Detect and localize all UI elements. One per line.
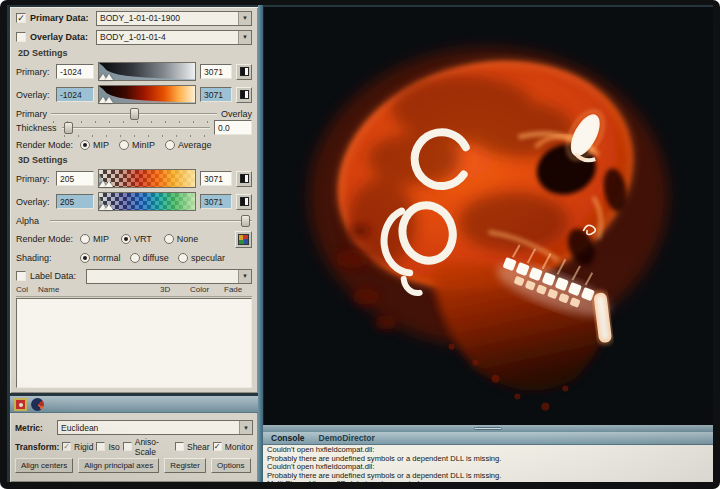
2d-overlay-max-input[interactable]: 3071 [200, 87, 232, 102]
radio-none[interactable]: None [164, 234, 199, 244]
checkbox-iso[interactable]: ✓Iso [96, 442, 119, 452]
checkbox-shear[interactable]: ✓Shear [175, 442, 210, 452]
align-principal-axes-button[interactable]: Align principal axes [78, 458, 159, 473]
alpha-slider[interactable] [50, 214, 252, 228]
thickness-value-input[interactable]: 0.0 [214, 120, 252, 135]
checkbox-label: Aniso-Scale [135, 437, 172, 457]
radio-average[interactable]: Average [165, 140, 211, 150]
metric-label: Metric: [15, 423, 53, 433]
radio-diffuse[interactable]: diffuse [130, 253, 169, 263]
range-handle-right[interactable] [105, 181, 113, 187]
metric-value: Euclidean [58, 421, 239, 434]
range-handle-right[interactable] [105, 97, 113, 103]
radio-specular[interactable]: specular [178, 253, 225, 263]
3d-primary-colormap[interactable] [98, 169, 196, 188]
transform-row: Transform: ✓Rigid ✓Iso ✓Aniso-Scale ✓She… [15, 440, 253, 453]
column-header-col[interactable]: Col [16, 285, 38, 296]
shading-row: Shading: normal diffuse specular [16, 250, 252, 266]
console-line: Multi Planar Viewer: 2D data is not supp… [267, 480, 709, 489]
slider-handle[interactable] [241, 215, 250, 227]
console-title-bar[interactable]: Console DemoDirector [263, 432, 713, 445]
colormap-options-button[interactable] [236, 64, 252, 80]
align-centers-button[interactable]: Align centers [15, 458, 73, 473]
radio-vrt[interactable]: VRT [121, 234, 152, 244]
radio-mip-3d[interactable]: MIP [80, 234, 109, 244]
alpha-row: Alpha [16, 213, 252, 229]
2d-overlay-label: Overlay: [16, 90, 52, 100]
metric-dropdown[interactable]: Euclidean ▼ [57, 420, 253, 435]
2d-primary-min-input[interactable]: -1024 [56, 64, 94, 79]
colormap-editor-button[interactable] [235, 231, 252, 248]
radio-mip[interactable]: MIP [80, 140, 109, 150]
2d-overlay-colormap[interactable] [98, 85, 196, 104]
label-table-body[interactable] [16, 298, 252, 388]
registration-buttons-row: Align centers Align principal axes Regis… [15, 458, 253, 473]
3d-overlay-row: Overlay: 205 3071 [16, 191, 252, 212]
3d-primary-max-input[interactable]: 3071 [200, 171, 232, 186]
primary-data-dropdown[interactable]: BODY_1-01-01-1900 ▼ [96, 11, 252, 26]
colormap-options-button[interactable] [236, 194, 252, 210]
alpha-ramp [99, 170, 195, 187]
horizontal-splitter[interactable] [263, 425, 713, 432]
column-header-fade[interactable]: Fade [224, 285, 252, 296]
range-handle-right[interactable] [105, 204, 113, 210]
3d-overlay-max-input[interactable]: 3071 [200, 194, 232, 209]
2d-primary-max-input[interactable]: 3071 [200, 64, 232, 79]
column-header-color[interactable]: Color [190, 285, 224, 296]
label-data-dropdown[interactable]: ▼ [86, 269, 252, 284]
2d-primary-row: Primary: -1024 3071 [16, 61, 252, 82]
dropdown-arrow-icon[interactable]: ▼ [238, 270, 251, 283]
registration-window: Metric: Euclidean ▼ Transform: ✓Rigid ✓I… [10, 396, 258, 482]
register-button[interactable]: Register [164, 458, 206, 473]
3d-primary-min-input[interactable]: 205 [56, 171, 94, 186]
checkbox-icon: ✓ [62, 442, 71, 451]
options-button[interactable]: Options [211, 458, 251, 473]
label-data-checkbox[interactable]: ✓ [16, 271, 26, 281]
checkbox-label: Rigid [74, 442, 93, 452]
range-handle-right[interactable] [105, 74, 113, 80]
overlay-data-dropdown[interactable]: BODY_1-01-01-4 ▼ [96, 30, 252, 45]
slider-handle[interactable] [64, 122, 73, 134]
thickness-slider[interactable] [62, 121, 210, 135]
label-table-header: Col Name 3D Color Fade [16, 285, 252, 297]
primary-data-checkbox[interactable]: ✓ [16, 13, 26, 23]
2d-overlay-row: Overlay: -1024 3071 [16, 84, 252, 105]
2d-render-mode-row: Render Mode: MIP MinIP Average [16, 137, 252, 153]
checkbox-rigid[interactable]: ✓Rigid [62, 442, 93, 452]
3d-render-mode-row: Render Mode: MIP VRT None [16, 231, 252, 247]
registration-title-bar[interactable] [10, 396, 258, 413]
3d-overlay-colormap[interactable] [98, 192, 196, 211]
radio-minip[interactable]: MinIP [119, 140, 155, 150]
splitter-grip[interactable] [474, 427, 502, 430]
radio-label: VRT [134, 234, 152, 244]
alpha-ramp [99, 193, 195, 210]
tab-console[interactable]: Console [271, 433, 305, 443]
column-header-3d[interactable]: 3D [160, 285, 190, 296]
overlay-data-value: BODY_1-01-01-4 [97, 31, 238, 44]
radio-normal[interactable]: normal [80, 253, 121, 263]
contrast-icon [240, 197, 249, 206]
checkbox-monitor[interactable]: ✓Monitor [213, 442, 253, 452]
contrast-icon [240, 174, 249, 183]
radio-icon [165, 140, 175, 150]
dropdown-arrow-icon[interactable]: ▼ [238, 31, 251, 44]
color-quad-icon [238, 234, 249, 245]
checkbox-label: Monitor [225, 442, 253, 452]
checkbox-aniso-scale[interactable]: ✓Aniso-Scale [123, 437, 172, 457]
colormap-options-button[interactable] [236, 171, 252, 187]
3d-overlay-min-input[interactable]: 205 [56, 194, 94, 209]
colormap-options-button[interactable] [236, 87, 252, 103]
overlay-data-checkbox[interactable]: ✓ [16, 32, 26, 42]
label-data-row: ✓ Label Data: ▼ [16, 268, 252, 284]
2d-overlay-min-input[interactable]: -1024 [56, 87, 94, 102]
primary-data-value: BODY_1-01-01-1900 [97, 12, 238, 25]
checkbox-icon: ✓ [175, 442, 184, 451]
3d-viewport[interactable] [263, 7, 713, 425]
3d-primary-label: Primary: [16, 174, 52, 184]
dropdown-arrow-icon[interactable]: ▼ [239, 421, 252, 434]
radio-icon [80, 140, 90, 150]
tab-demodirector[interactable]: DemoDirector [319, 433, 375, 443]
2d-primary-colormap[interactable] [98, 62, 196, 81]
dropdown-arrow-icon[interactable]: ▼ [238, 12, 251, 25]
column-header-name[interactable]: Name [38, 285, 160, 296]
